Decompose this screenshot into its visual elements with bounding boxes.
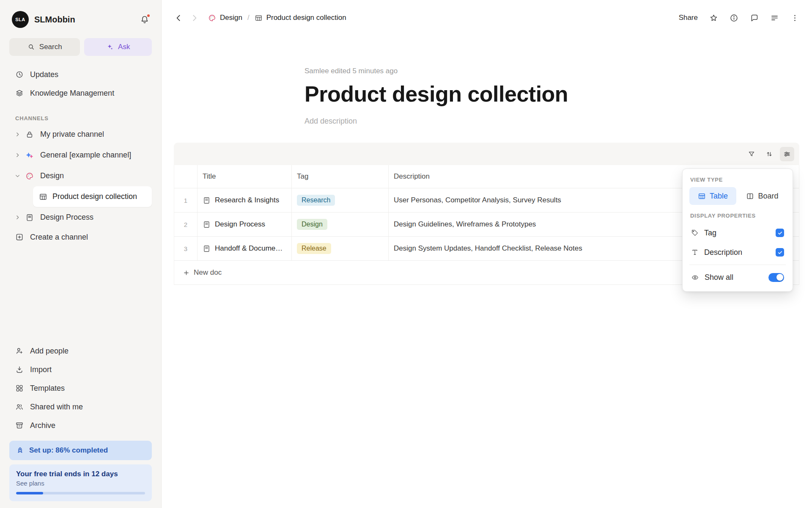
- kebab-menu-button[interactable]: [790, 14, 799, 22]
- sort-button[interactable]: [762, 147, 776, 161]
- footer-item-label: Archive: [30, 421, 55, 430]
- sidebar-item-label: Knowledge Management: [30, 89, 114, 98]
- plus-square-icon: [15, 233, 24, 241]
- create-channel-label: Create a channel: [30, 233, 88, 242]
- chevron-right-icon[interactable]: [13, 132, 22, 137]
- add-people-button[interactable]: Add people: [9, 342, 152, 360]
- channel-general-example[interactable]: General [example channel]: [9, 145, 152, 166]
- history-nav: [174, 14, 199, 22]
- view-type-board-button[interactable]: Board: [739, 187, 786, 205]
- create-channel-button[interactable]: Create a channel: [9, 228, 152, 246]
- archive-button[interactable]: Archive: [9, 416, 152, 435]
- page-title[interactable]: Product design collection: [304, 81, 812, 107]
- doc-title-text: Design Process: [215, 220, 265, 229]
- archive-box-icon: [15, 421, 24, 430]
- forward-button[interactable]: [190, 14, 199, 22]
- clock-icon: [15, 70, 24, 79]
- add-description-placeholder[interactable]: Add description: [304, 117, 812, 126]
- star-button[interactable]: [709, 14, 718, 22]
- channel-design[interactable]: Design: [9, 166, 152, 186]
- ask-button[interactable]: Ask: [84, 38, 152, 56]
- setup-banner-label: Set up: 86% completed: [29, 446, 108, 455]
- show-all-label: Show all: [705, 273, 733, 282]
- breadcrumb-page-label: Product design collection: [266, 14, 346, 22]
- show-all-toggle-on[interactable]: [768, 273, 784, 282]
- doc-title-cell[interactable]: Research & Insights: [197, 188, 291, 212]
- layers-icon: [15, 89, 24, 97]
- property-label: Description: [704, 248, 742, 257]
- workspace-name: SLMobbin: [34, 15, 134, 25]
- import-button[interactable]: Import: [9, 360, 152, 379]
- breadcrumb-channel-label: Design: [220, 14, 242, 22]
- tag-checkbox-checked[interactable]: [776, 229, 784, 237]
- tag-cell[interactable]: Research: [291, 188, 388, 212]
- filter-button[interactable]: [744, 147, 759, 161]
- column-header-title[interactable]: Title: [197, 165, 291, 188]
- board-icon: [746, 192, 754, 200]
- ask-label: Ask: [118, 43, 130, 51]
- breadcrumb-channel[interactable]: Design: [208, 14, 242, 22]
- chevron-right-icon[interactable]: [13, 215, 22, 220]
- view-type-board-label: Board: [758, 192, 778, 201]
- sparkles-icon: [106, 43, 114, 51]
- toggle-knob: [776, 274, 783, 281]
- property-row-tag[interactable]: Tag: [689, 223, 787, 243]
- sidebar-item-knowledge-management[interactable]: Knowledge Management: [9, 84, 152, 102]
- channel-label: My private channel: [40, 130, 104, 139]
- row-number-header: [174, 165, 197, 188]
- topbar-actions: Share: [679, 14, 799, 22]
- search-button[interactable]: Search: [9, 38, 80, 56]
- chevron-right-icon[interactable]: [13, 152, 22, 158]
- share-button[interactable]: Share: [679, 14, 698, 22]
- show-all-row[interactable]: Show all: [689, 268, 787, 287]
- channel-label: Design Process: [40, 213, 93, 222]
- document-icon: [25, 213, 34, 222]
- notification-dot: [146, 14, 151, 18]
- sidebar-item-product-design-collection[interactable]: Product design collection: [33, 186, 152, 207]
- doc-title-cell[interactable]: Handoff & Docume…: [197, 237, 291, 260]
- property-row-description[interactable]: Description: [689, 243, 787, 262]
- tag-cell[interactable]: Design: [291, 213, 388, 236]
- notifications-bell-button[interactable]: [140, 15, 149, 24]
- row-number: 2: [174, 213, 197, 236]
- channel-my-private[interactable]: My private channel: [9, 124, 152, 145]
- view-settings-button[interactable]: [780, 147, 794, 161]
- description-checkbox-checked[interactable]: [776, 248, 784, 257]
- workspace-avatar: SLA: [12, 11, 29, 28]
- property-label: Tag: [704, 229, 716, 237]
- channels-list: My private channel General [example chan…: [9, 124, 152, 246]
- tag-pill: Release: [297, 243, 331, 254]
- footer-item-label: Templates: [30, 384, 65, 393]
- channel-label: General [example channel]: [40, 151, 131, 160]
- info-button[interactable]: [730, 14, 738, 22]
- see-plans-link[interactable]: See plans: [16, 480, 145, 487]
- palette-icon: [25, 172, 34, 180]
- table-doc-icon: [39, 193, 47, 201]
- shared-with-me-button[interactable]: Shared with me: [9, 398, 152, 416]
- document-header: Samlee edited 5 minutes ago Product desi…: [304, 67, 812, 126]
- back-button[interactable]: [174, 14, 183, 22]
- search-icon: [27, 43, 35, 51]
- last-edited-text: Samlee edited 5 minutes ago: [304, 67, 812, 75]
- sidebar-item-label: Updates: [30, 70, 58, 79]
- setup-progress-banner[interactable]: Set up: 86% completed: [9, 441, 152, 460]
- sidebar-item-updates[interactable]: Updates: [9, 65, 152, 84]
- tag-cell[interactable]: Release: [291, 237, 388, 260]
- breadcrumb-page[interactable]: Product design collection: [255, 14, 346, 22]
- workspace-switcher[interactable]: SLA SLMobbin: [9, 0, 152, 28]
- sparkle-channel-icon: [25, 151, 34, 160]
- doc-title-cell[interactable]: Design Process: [197, 213, 291, 236]
- column-header-tag[interactable]: Tag: [291, 165, 388, 188]
- popover-divider: [689, 265, 786, 265]
- people-icon: [15, 403, 24, 411]
- search-label: Search: [39, 43, 62, 51]
- text-icon: [691, 248, 699, 256]
- view-type-table-button[interactable]: Table: [689, 187, 736, 205]
- channel-design-process[interactable]: Design Process: [9, 207, 152, 228]
- templates-button[interactable]: Templates: [9, 379, 152, 398]
- chevron-down-icon[interactable]: [13, 173, 22, 179]
- list-menu-button[interactable]: [770, 14, 779, 22]
- comments-button[interactable]: [750, 14, 759, 22]
- sidebar: SLA SLMobbin Search: [0, 0, 162, 508]
- tag-pill: Design: [297, 219, 327, 230]
